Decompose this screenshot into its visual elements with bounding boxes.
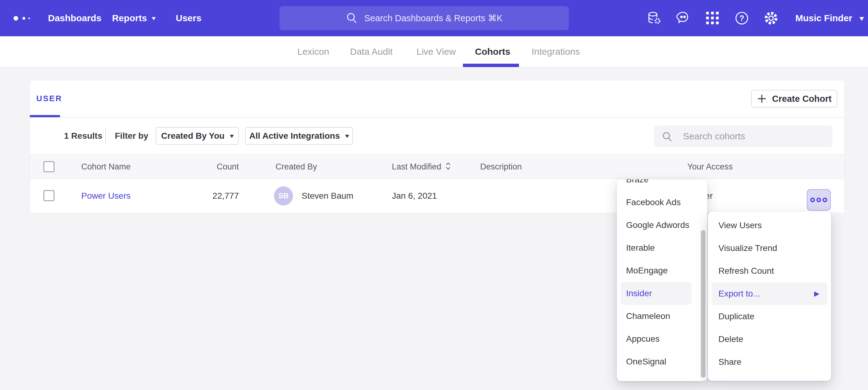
- results-count: 1 Results: [64, 127, 102, 145]
- caret-down-icon: ▾: [230, 133, 233, 139]
- tab-data-audit[interactable]: Data Audit: [350, 36, 393, 67]
- column-your-access[interactable]: Your Access: [687, 154, 733, 179]
- submenu-item-google-adwords[interactable]: Google Adwords: [617, 214, 707, 236]
- tab-integrations[interactable]: Integrations: [532, 36, 580, 67]
- row-actions-ellipsis-button[interactable]: [807, 189, 831, 211]
- app-logo-dots-icon[interactable]: [13, 0, 36, 36]
- ellipsis-icon: [810, 197, 828, 203]
- submenu-item-iterable[interactable]: Iterable: [617, 236, 707, 259]
- column-description[interactable]: Description: [480, 154, 522, 179]
- table-header: Cohort Name Count Created By Last Modifi…: [30, 154, 844, 179]
- created-by-cell: SB Steven Baum: [274, 179, 353, 213]
- submenu-arrow-icon: ▶: [814, 282, 819, 305]
- cohorts-card: USER Create Cohort 1 Results Filter by C…: [30, 80, 845, 213]
- caret-down-icon: ▾: [860, 14, 864, 22]
- help-icon[interactable]: ?: [732, 0, 752, 36]
- submenu-item-onesignal[interactable]: OneSignal: [617, 350, 707, 373]
- filter-integrations-value: All Active Integrations: [249, 131, 340, 141]
- sort-icon[interactable]: [445, 156, 451, 180]
- search-cohorts-input[interactable]: [654, 126, 833, 147]
- menu-item-refresh-count[interactable]: Refresh Count: [708, 260, 831, 282]
- submenu-scrollbar[interactable]: [701, 230, 706, 378]
- menu-item-delete[interactable]: Delete: [708, 328, 831, 351]
- submenu-item-facebook-ads[interactable]: Facebook Ads: [617, 191, 707, 214]
- top-navbar: Dashboards Reports ▾ Users Search Dashbo…: [0, 0, 868, 36]
- svg-text:?: ?: [739, 13, 744, 23]
- apps-grid-icon[interactable]: [703, 0, 722, 36]
- global-search-placeholder: Search Dashboards & Reports ⌘K: [364, 13, 503, 23]
- select-all-checkbox[interactable]: [43, 161, 55, 172]
- cohort-count: 22,777: [184, 179, 239, 213]
- nav-users[interactable]: Users: [176, 13, 201, 23]
- column-cohort-name[interactable]: Cohort Name: [81, 154, 131, 179]
- cohorts-page: Dashboards Reports ▾ Users Search Dashbo…: [0, 0, 868, 390]
- row-context-menu: View Users Visualize Trend Refresh Count…: [708, 212, 831, 381]
- submenu-item-moengage[interactable]: MoEngage: [617, 259, 707, 282]
- secondary-nav: Lexicon Data Audit Live View Cohorts Int…: [0, 36, 868, 67]
- column-last-modified[interactable]: Last Modified: [392, 154, 451, 179]
- tab-cohorts[interactable]: Cohorts: [475, 36, 510, 67]
- divider: [105, 127, 106, 145]
- export-to-label: Export to...: [718, 289, 760, 298]
- row-checkbox[interactable]: [43, 190, 55, 201]
- project-switcher[interactable]: Music Finder ▾: [795, 0, 864, 36]
- menu-item-view-users[interactable]: View Users: [708, 214, 831, 237]
- menu-item-visualize-trend[interactable]: Visualize Trend: [708, 237, 831, 260]
- project-name: Music Finder: [795, 13, 852, 23]
- export-submenu: Braze Facebook Ads Google Adwords Iterab…: [617, 179, 707, 381]
- created-by-name: Steven Baum: [302, 191, 353, 201]
- create-cohort-label: Create Cohort: [772, 94, 831, 104]
- submenu-item-braze[interactable]: Braze: [617, 179, 707, 191]
- nav-dashboards[interactable]: Dashboards: [48, 13, 101, 23]
- nav-reports[interactable]: Reports: [112, 13, 147, 23]
- settings-gear-icon[interactable]: [761, 0, 781, 36]
- tab-live-view[interactable]: Live View: [416, 36, 456, 67]
- filter-created-by-dropdown[interactable]: Created By You ▾: [156, 127, 239, 145]
- table-row[interactable]: Power Users 22,777 SB Steven Baum Jan 6,…: [30, 179, 844, 213]
- submenu-item-appcues[interactable]: Appcues: [617, 328, 707, 350]
- search-icon: [346, 12, 358, 24]
- column-count[interactable]: Count: [184, 154, 239, 179]
- cohort-name-link[interactable]: Power Users: [81, 191, 130, 201]
- tab-lexicon[interactable]: Lexicon: [297, 36, 329, 67]
- filter-integrations-dropdown[interactable]: All Active Integrations ▾: [245, 127, 353, 145]
- active-tab-underline: [463, 64, 519, 67]
- menu-item-share[interactable]: Share: [708, 351, 831, 373]
- divider: [30, 117, 844, 118]
- tab-user-cohorts[interactable]: USER: [36, 94, 62, 103]
- column-created-by[interactable]: Created By: [276, 154, 317, 179]
- feedback-icon[interactable]: [673, 0, 693, 36]
- caret-down-icon: ▾: [345, 133, 349, 139]
- menu-item-export-to[interactable]: Export to... ▶: [712, 282, 827, 305]
- caret-down-icon: ▾: [152, 14, 155, 22]
- submenu-item-chameleon[interactable]: Chameleon: [617, 305, 707, 328]
- last-modified-cell: Jan 6, 2021: [392, 179, 437, 213]
- user-tab-underline: [30, 115, 60, 117]
- global-search-input[interactable]: Search Dashboards & Reports ⌘K: [279, 6, 569, 30]
- avatar: SB: [274, 186, 293, 205]
- create-cohort-button[interactable]: Create Cohort: [751, 90, 837, 108]
- submenu-item-insider[interactable]: Insider: [621, 282, 691, 305]
- plus-icon: [756, 94, 767, 104]
- menu-item-duplicate[interactable]: Duplicate: [708, 305, 831, 328]
- filter-created-by-value: Created By You: [161, 131, 225, 141]
- filter-by-label: Filter by: [115, 127, 148, 145]
- data-settings-icon[interactable]: [644, 0, 663, 36]
